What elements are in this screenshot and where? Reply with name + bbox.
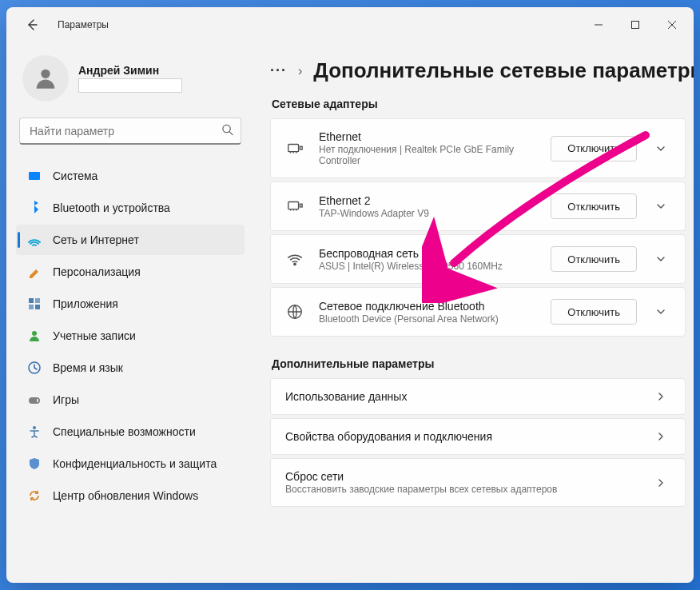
sidebar-item-system[interactable]: Система <box>16 161 245 191</box>
sidebar-item-label: Время и язык <box>53 361 123 374</box>
disable-button[interactable]: Отключить <box>551 136 637 161</box>
sidebar-item-accounts[interactable]: Учетные записи <box>16 321 245 351</box>
breadcrumb-ellipsis[interactable]: ··· <box>270 62 287 79</box>
svg-rect-7 <box>35 305 40 309</box>
sidebar-item-privacy[interactable]: Конфиденциальность и защита <box>16 448 245 479</box>
adapter-text: Ethernet 2TAP-Windows Adapter V9 <box>319 194 536 219</box>
sidebar-item-accessibility[interactable]: Специальные возможности <box>16 417 245 447</box>
adapter-subtitle: TAP-Windows Adapter V9 <box>319 208 536 219</box>
update-icon <box>27 488 42 503</box>
svg-point-12 <box>37 401 38 402</box>
chevron-down-icon <box>656 307 666 317</box>
window-controls <box>580 12 690 38</box>
gaming-icon <box>27 393 42 407</box>
svg-rect-4 <box>29 298 34 303</box>
settings-window: Параметры Андрей Зимин <box>6 7 694 583</box>
adapter-card: EthernetНет подключения | Realtek PCIe G… <box>270 118 686 178</box>
sidebar-item-bluetooth[interactable]: Bluetooth и устройства <box>16 193 245 223</box>
sidebar-item-update[interactable]: Центр обновления Windows <box>16 480 245 511</box>
sidebar-item-label: Учетные записи <box>53 329 136 342</box>
sidebar-item-label: Центр обновления Windows <box>53 489 198 502</box>
svg-rect-5 <box>35 298 40 303</box>
chevron-right-icon <box>651 392 670 401</box>
sidebar-item-network[interactable]: Сеть и Интернет <box>16 225 245 255</box>
bluetooth-icon <box>27 201 42 215</box>
user-info: Андрей Зимин <box>78 64 182 93</box>
titlebar-left: Параметры <box>19 12 109 38</box>
adapter-text: EthernetНет подключения | Realtek PCIe G… <box>319 130 536 166</box>
adapter-title: Сетевое подключение Bluetooth <box>319 300 536 313</box>
expand-button[interactable] <box>651 254 670 264</box>
adapter-card: Ethernet 2TAP-Windows Adapter V9Отключит… <box>270 181 686 231</box>
search-input[interactable] <box>19 118 241 145</box>
nav-list: СистемаBluetooth и устройстваСеть и Инте… <box>16 161 245 511</box>
setting-text: Свойства оборудования и подключения <box>285 430 637 443</box>
sidebar-item-apps[interactable]: Приложения <box>16 289 245 319</box>
disable-button[interactable]: Отключить <box>551 246 637 272</box>
minimize-icon <box>595 21 603 29</box>
sidebar-item-personalization[interactable]: Персонализация <box>16 257 245 287</box>
privacy-icon <box>27 456 42 471</box>
setting-card[interactable]: Свойства оборудования и подключения <box>270 418 686 455</box>
ethernet-icon <box>285 197 304 216</box>
svg-point-11 <box>37 399 38 401</box>
sidebar-item-label: Игры <box>53 393 79 406</box>
disable-button[interactable]: Отключить <box>551 193 637 219</box>
sidebar-item-gaming[interactable]: Игры <box>16 385 245 415</box>
expand-button[interactable] <box>651 307 670 317</box>
user-name: Андрей Зимин <box>78 64 182 77</box>
close-button[interactable] <box>654 12 690 38</box>
accessibility-icon <box>27 425 42 439</box>
section-title-additional: Дополнительные параметры <box>272 357 686 370</box>
time-icon <box>27 361 42 375</box>
accounts-icon <box>27 329 42 343</box>
network-icon <box>27 233 42 247</box>
svg-rect-16 <box>288 202 299 209</box>
setting-card[interactable]: Сброс сетиВосстановить заводские парамет… <box>270 458 686 507</box>
adapter-title: Беспроводная сеть <box>319 247 536 260</box>
sidebar-item-label: Специальные возможности <box>53 425 196 438</box>
expand-button[interactable] <box>651 144 670 153</box>
user-row[interactable]: Андрей Зимин <box>16 52 245 110</box>
setting-title: Сброс сети <box>285 470 637 483</box>
disable-button[interactable]: Отключить <box>551 299 637 325</box>
svg-rect-6 <box>29 305 34 309</box>
user-email-masked <box>78 78 182 93</box>
setting-card[interactable]: Использование данных <box>270 378 686 415</box>
sidebar-item-label: Bluetooth и устройства <box>53 201 170 214</box>
avatar <box>22 55 69 102</box>
ethernet-icon <box>285 139 304 158</box>
chevron-down-icon <box>656 144 666 153</box>
sidebar-item-time[interactable]: Время и язык <box>16 353 245 383</box>
expand-button[interactable] <box>651 201 670 211</box>
adapter-card: Беспроводная сетьASUS | Intel(R) Wireles… <box>270 234 686 284</box>
back-button[interactable] <box>19 12 45 38</box>
chevron-down-icon <box>656 254 666 264</box>
chevron-right-icon <box>651 432 670 441</box>
sidebar-item-label: Приложения <box>53 297 118 310</box>
wifi-icon <box>285 249 304 269</box>
breadcrumb-separator: › <box>298 64 302 78</box>
personalization-icon <box>27 265 42 279</box>
svg-point-8 <box>32 331 37 336</box>
svg-point-1 <box>41 70 50 78</box>
setting-text: Использование данных <box>285 390 637 403</box>
svg-rect-0 <box>632 22 639 29</box>
apps-icon <box>27 297 42 311</box>
svg-rect-10 <box>29 397 40 404</box>
search-box <box>19 118 241 145</box>
setting-title: Свойства оборудования и подключения <box>285 430 637 443</box>
bt-globe-icon <box>285 302 304 321</box>
maximize-button[interactable] <box>617 12 654 38</box>
adapter-card: Сетевое подключение BluetoothBluetooth D… <box>270 287 686 337</box>
minimize-button[interactable] <box>580 12 617 38</box>
svg-rect-14 <box>288 144 299 151</box>
adapters-list: EthernetНет подключения | Realtek PCIe G… <box>270 118 686 337</box>
app-title: Параметры <box>58 19 109 30</box>
setting-subtitle: Восстановить заводские параметры всех се… <box>285 484 637 495</box>
chevron-right-icon <box>651 478 670 488</box>
body: Андрей Зимин СистемаBluetooth и устройст… <box>6 42 694 583</box>
section-title-adapters: Сетевые адаптеры <box>272 98 686 110</box>
svg-rect-17 <box>300 204 302 207</box>
breadcrumb: ··· › Дополнительные сетевые параметры <box>270 58 686 83</box>
